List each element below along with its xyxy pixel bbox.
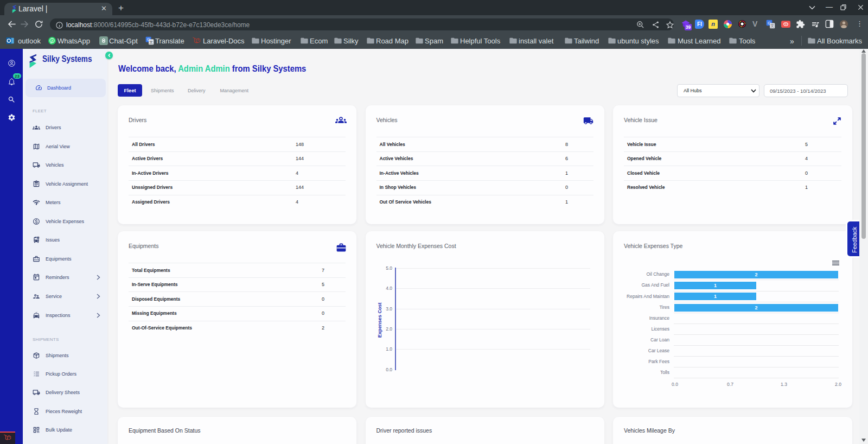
svg-text:文: 文 [770,23,774,28]
svg-text:!: ! [38,237,39,239]
svg-text:文: 文 [149,40,153,44]
